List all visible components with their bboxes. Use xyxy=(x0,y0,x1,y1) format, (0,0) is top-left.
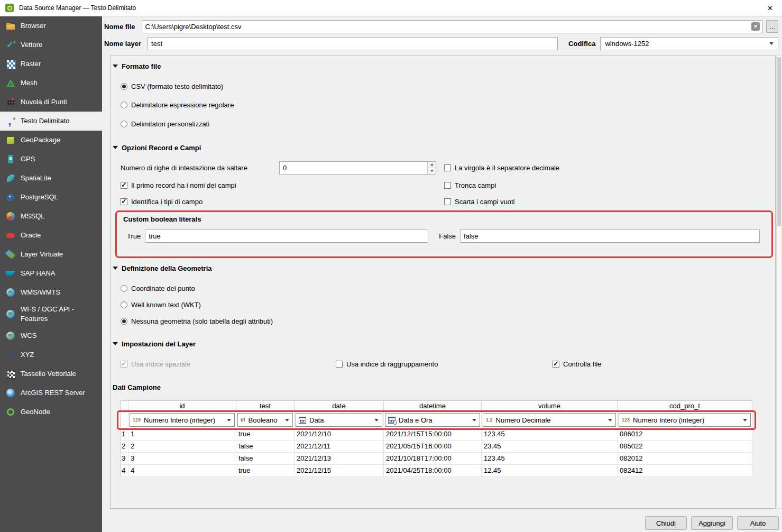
vector-line-icon xyxy=(5,40,16,50)
point-cloud-icon xyxy=(5,97,16,107)
file-row: Nome file ... xyxy=(104,20,778,33)
file-input-wrap xyxy=(142,20,762,33)
sidebar-item-browser[interactable]: Browser xyxy=(0,16,102,35)
boolean-literals-row: True False xyxy=(127,230,760,243)
sidebar-item-nuvola-di-punti[interactable]: Nuvola di Punti xyxy=(0,93,102,112)
file-path-input[interactable] xyxy=(142,20,762,33)
cell: 12.45 xyxy=(482,465,618,477)
options-scroll-area: Formato file CSV (formato testo delimita… xyxy=(110,56,776,509)
true-label: True xyxy=(127,232,141,240)
sidebar-item-sap-hana[interactable]: SAP HANA xyxy=(0,264,102,283)
sidebar-item-spatialite[interactable]: SpatiaLite xyxy=(0,169,102,188)
row-number: 2 xyxy=(121,441,128,453)
sidebar-item-vettore[interactable]: Vettore xyxy=(0,35,102,54)
window-close-button[interactable]: ✕ xyxy=(758,0,782,16)
encoding-label: Codifica xyxy=(568,40,595,48)
column-header-test[interactable]: test xyxy=(236,401,295,412)
skip-lines-input[interactable] xyxy=(279,161,436,175)
checkbox-icon xyxy=(121,198,127,205)
section-header-layer-settings[interactable]: Impostazioni del Layer xyxy=(113,339,771,348)
scrollbar-thumb[interactable] xyxy=(777,57,781,226)
sample-data-table: id test date datetime volume cod_pro_t 1… xyxy=(121,400,753,477)
xyz-tiles-icon xyxy=(5,350,16,360)
sidebar-item-mesh[interactable]: Mesh xyxy=(0,74,102,93)
help-button[interactable]: Aiuto xyxy=(737,516,779,530)
sidebar-item-wcs[interactable]: WCS xyxy=(0,326,102,345)
collapse-arrow-icon xyxy=(113,146,118,149)
column-header-id[interactable]: id xyxy=(128,401,236,412)
checkbox-discard-empty-fields[interactable]: Scarta i campi vuoti xyxy=(444,198,514,206)
sidebar-item-layer-virtuale[interactable]: Layer Virtuale xyxy=(0,245,102,264)
globe-icon xyxy=(5,287,16,298)
column-header-volume[interactable]: volume xyxy=(482,401,618,412)
row-number: 1 xyxy=(121,428,128,441)
cell: true xyxy=(236,428,295,441)
checkbox-watch-file[interactable]: Controlla file xyxy=(553,360,601,368)
qgis-logo-icon xyxy=(4,3,15,13)
spatialite-feather-icon xyxy=(5,173,16,184)
false-label: False xyxy=(439,232,456,240)
radio-point-coordinates[interactable]: Coordinate del punto xyxy=(121,285,195,292)
sidebar-item-wms-wmts[interactable]: WMS/WMTS xyxy=(0,283,102,302)
column-header-cod-pro-t[interactable]: cod_pro_t xyxy=(618,401,752,412)
sidebar-item-raster[interactable]: Raster xyxy=(0,54,102,74)
sidebar-item-geonode[interactable]: GeoNode xyxy=(0,402,102,421)
cell: false xyxy=(236,453,295,465)
cell: 2021/12/10 xyxy=(295,428,384,441)
vertical-scrollbar[interactable] xyxy=(776,56,782,509)
sidebar-item-tassello-vettoriale[interactable]: Tassello Vettoriale xyxy=(0,364,102,383)
section-header-geometry[interactable]: Definizione della Geometria xyxy=(113,263,771,273)
globe-icon xyxy=(5,388,16,398)
checkbox-detect-field-types[interactable]: Identifica i tipi di campo xyxy=(121,198,444,206)
false-literal-input[interactable] xyxy=(460,230,760,243)
encoding-select[interactable]: windows-1252 xyxy=(600,37,778,50)
sidebar-item-xyz[interactable]: XYZ xyxy=(0,345,102,364)
field-type-select-id[interactable]: 123Numero Intero (integer) xyxy=(130,413,235,427)
clear-input-icon[interactable] xyxy=(751,22,760,31)
spin-down-icon[interactable] xyxy=(428,168,436,174)
field-type-select-datetime[interactable]: Data e Ora xyxy=(385,413,480,427)
sidebar-item-geopackage[interactable]: GeoPackage xyxy=(0,131,102,150)
radio-custom-delimiters[interactable]: Delimitatori personalizzati xyxy=(121,120,209,128)
radio-csv-format[interactable]: CSV (formato testo delimitato) xyxy=(121,82,223,90)
section-header-record-fields[interactable]: Opzioni Record e Campi xyxy=(113,143,771,152)
sidebar-item-oracle[interactable]: Oracle xyxy=(0,226,102,245)
radio-icon xyxy=(121,102,127,108)
field-type-select-date[interactable]: Data xyxy=(296,413,382,427)
close-button[interactable]: Chiudi xyxy=(645,516,687,530)
row-number: 4 xyxy=(121,465,128,477)
raster-grid-icon xyxy=(5,59,16,69)
skip-lines-spinner xyxy=(279,161,436,175)
radio-no-geometry[interactable]: Nessuna geometria (solo tabella degli at… xyxy=(121,317,273,325)
column-header-date[interactable]: date xyxy=(295,401,384,412)
sidebar-item-mssql[interactable]: MSSQL xyxy=(0,207,102,226)
sidebar-item-wfs-ogc-api[interactable]: WFS / OGC API - Features xyxy=(0,302,102,326)
checkbox-icon xyxy=(444,198,451,205)
field-type-select-volume[interactable]: 1.2Numero Decimale xyxy=(483,413,616,427)
checkbox-icon xyxy=(444,164,451,171)
true-literal-input[interactable] xyxy=(145,230,428,243)
checkbox-trim-fields[interactable]: Tronca campi xyxy=(444,181,496,189)
checkbox-use-spatial-index: Usa indice spaziale xyxy=(121,360,336,368)
sidebar-item-arcgis-rest-server[interactable]: ArcGIS REST Server xyxy=(0,383,102,402)
checkbox-use-subset-index[interactable]: Usa indice di raggruppamento xyxy=(336,360,553,368)
browse-file-button[interactable]: ... xyxy=(766,20,778,33)
spin-up-icon[interactable] xyxy=(428,162,436,168)
skip-header-lines-row: Numero di righe di intestazione da salta… xyxy=(121,161,771,175)
radio-regex-delimiter[interactable]: Delimitatore espressione regolare xyxy=(121,101,234,109)
radio-icon xyxy=(121,121,127,127)
cell: true xyxy=(236,465,295,477)
sidebar-item-testo-delimitato[interactable]: Testo Delimitato xyxy=(0,112,102,131)
field-type-select-cod-pro-t[interactable]: 123Numero Intero (integer) xyxy=(619,413,751,427)
column-header-datetime[interactable]: datetime xyxy=(384,401,482,412)
layer-name-input[interactable] xyxy=(148,37,558,50)
radio-wkt[interactable]: Well known text (WKT) xyxy=(121,301,201,309)
sidebar-item-gps[interactable]: GPS xyxy=(0,150,102,169)
checkbox-comma-decimal-separator[interactable]: La virgola è il separatore decimale xyxy=(444,164,559,172)
type-cell-corner xyxy=(121,412,128,428)
add-button[interactable]: Aggiungi xyxy=(691,516,733,530)
checkbox-first-record-field-names[interactable]: Il primo record ha i nomi dei campi xyxy=(121,181,444,189)
sidebar-item-postgresql[interactable]: PostgreSQL xyxy=(0,188,102,207)
section-header-file-format[interactable]: Formato file xyxy=(113,61,771,71)
field-type-select-test[interactable]: t/fBooleano xyxy=(237,413,293,427)
